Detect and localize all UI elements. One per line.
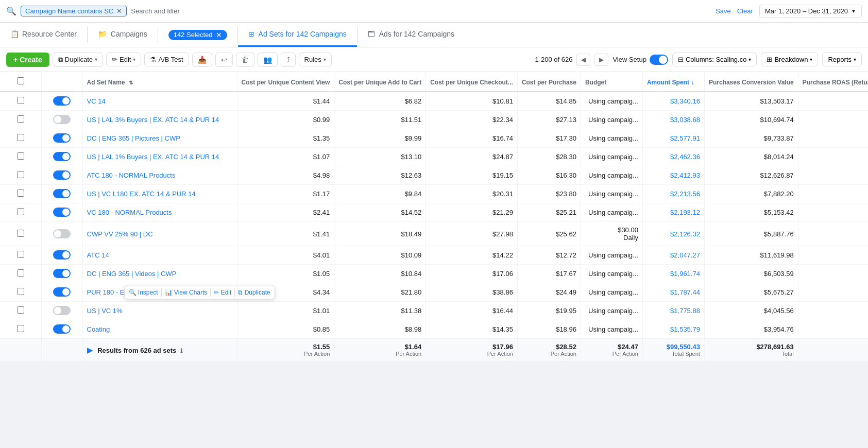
row-checkbox-cell[interactable] xyxy=(0,265,41,283)
col-header-cost-purchase[interactable]: Cost per Purchase xyxy=(517,72,581,92)
undo-button[interactable]: ↩ xyxy=(215,53,233,67)
columns-button[interactable]: ⊟ Columns: Scaling.co ▾ xyxy=(672,53,757,66)
edit-button[interactable]: ✏ Edit ▾ xyxy=(106,53,141,66)
row-checkbox[interactable] xyxy=(17,251,24,258)
adset-name-link[interactable]: CWP VV 25% 90 | DC xyxy=(87,230,153,238)
row-toggle-cell[interactable] xyxy=(41,185,82,203)
adset-name-link[interactable]: Coating xyxy=(87,325,110,333)
adset-name-link[interactable]: ATC 180 - NORMAL Products xyxy=(87,171,176,179)
row-checkbox-cell[interactable] xyxy=(0,320,41,339)
duplicate-menu-item[interactable]: ⧉ Duplicate xyxy=(238,289,270,296)
tab-campaigns[interactable]: 📁 Campaigns xyxy=(88,23,158,47)
view-setup-toggle[interactable] xyxy=(650,55,668,65)
duplicate-button[interactable]: ⧉ Duplicate ▾ xyxy=(53,53,103,67)
row-toggle-cell[interactable] xyxy=(41,222,82,246)
select-all-checkbox[interactable] xyxy=(17,77,24,84)
row-toggle-cell[interactable] xyxy=(41,203,82,222)
row-toggle[interactable] xyxy=(53,152,71,161)
selected-close-icon[interactable]: ✕ xyxy=(216,31,222,39)
view-setup-control[interactable]: View Setup xyxy=(612,55,668,65)
row-toggle-cell[interactable] xyxy=(41,320,82,339)
row-checkbox-cell[interactable] xyxy=(0,166,41,185)
row-toggle-cell[interactable] xyxy=(41,111,82,129)
tab-resource-center[interactable]: 📋 Resource Center xyxy=(0,23,87,47)
row-checkbox[interactable] xyxy=(17,288,24,295)
row-toggle-cell[interactable] xyxy=(41,129,82,148)
delete-button[interactable]: 🗑 xyxy=(236,53,254,67)
row-checkbox[interactable] xyxy=(17,189,24,197)
row-checkbox[interactable] xyxy=(17,230,24,237)
adset-name-link[interactable]: VC 14 xyxy=(87,97,106,105)
select-all-header[interactable] xyxy=(0,72,41,92)
adset-name-link[interactable]: DC | ENG 365 | Pictures | CWP xyxy=(87,134,180,142)
row-toggle[interactable] xyxy=(53,324,71,334)
row-toggle[interactable] xyxy=(53,115,71,124)
adset-name-link[interactable]: VC 180 - NORMAL Products xyxy=(87,209,172,216)
adset-name-link[interactable]: US | VC 1% xyxy=(87,307,123,315)
search-input[interactable]: Search and filter xyxy=(131,7,711,15)
row-toggle-cell[interactable] xyxy=(41,265,82,283)
col-header-cost-uco[interactable]: Cost per Unique Checkout... xyxy=(426,72,518,92)
view-charts-menu-item[interactable]: 📊 View Charts xyxy=(165,289,208,296)
row-toggle[interactable] xyxy=(53,189,71,198)
share-button[interactable]: ⤴ xyxy=(281,53,296,67)
row-toggle-cell[interactable] xyxy=(41,166,82,185)
row-checkbox-cell[interactable] xyxy=(0,246,41,265)
row-checkbox-cell[interactable] xyxy=(0,92,41,111)
row-checkbox[interactable] xyxy=(17,306,24,314)
col-header-roas[interactable]: Purchase ROAS (Return on Ad Spend) xyxy=(798,72,868,92)
date-range-picker[interactable]: Mar 1, 2020 – Dec 31, 2020 ▼ xyxy=(759,5,862,18)
row-toggle[interactable] xyxy=(53,229,71,238)
edit-menu-item[interactable]: ✏ Edit xyxy=(214,289,231,296)
adset-name-link[interactable]: US | LAL 1% Buyers | EX. ATC 14 & PUR 14 xyxy=(87,153,219,161)
row-checkbox-cell[interactable] xyxy=(0,185,41,203)
row-checkbox[interactable] xyxy=(17,152,24,160)
tab-adsets[interactable]: ⊞ Ad Sets for 142 Campaigns xyxy=(238,23,357,47)
row-toggle-cell[interactable] xyxy=(41,302,82,320)
row-toggle-cell[interactable] xyxy=(41,92,82,111)
adset-name-link[interactable]: US | VC L180 EX. ATC 14 & PUR 14 xyxy=(87,190,196,198)
footer-expand-icon[interactable]: ▶ xyxy=(87,346,93,354)
save-link[interactable]: Save xyxy=(716,7,731,15)
col-header-pcv[interactable]: Purchases Conversion Value xyxy=(704,72,798,92)
row-checkbox[interactable] xyxy=(17,208,24,215)
col-header-adset-name[interactable]: Ad Set Name ⇅ xyxy=(82,72,237,92)
tab-ads[interactable]: 🗔 Ads for 142 Campaigns xyxy=(358,23,465,47)
row-toggle[interactable] xyxy=(53,170,71,180)
row-toggle-cell[interactable] xyxy=(41,246,82,265)
row-checkbox-cell[interactable] xyxy=(0,129,41,148)
row-toggle[interactable] xyxy=(53,287,71,297)
col-header-amount-spent[interactable]: Amount Spent ↓ xyxy=(642,72,704,92)
inspect-menu-item[interactable]: 🔍 Inspect xyxy=(129,289,158,296)
breakdown-button[interactable]: ⊞ Breakdown ▾ xyxy=(761,53,818,66)
tab-selected[interactable]: 142 Selected ✕ xyxy=(158,23,237,47)
row-toggle[interactable] xyxy=(53,306,71,315)
row-checkbox[interactable] xyxy=(17,115,24,123)
row-checkbox-cell[interactable] xyxy=(0,302,41,320)
create-button[interactable]: + Create xyxy=(6,53,49,67)
col-header-cost-uatc[interactable]: Cost per Unique Add to Cart xyxy=(334,72,426,92)
row-toggle[interactable] xyxy=(53,133,71,143)
people-button[interactable]: 👥 xyxy=(258,53,278,67)
rules-button[interactable]: Rules ▾ xyxy=(299,53,332,66)
selected-badge[interactable]: 142 Selected ✕ xyxy=(168,30,227,40)
col-header-cost-ucv[interactable]: Cost per Unique Content View xyxy=(237,72,334,92)
row-checkbox[interactable] xyxy=(17,325,24,332)
row-checkbox-cell[interactable] xyxy=(0,148,41,166)
adset-name-link[interactable]: US | LAL 3% Buyers | EX. ATC 14 & PUR 14 xyxy=(87,116,219,124)
row-toggle-cell[interactable] xyxy=(41,148,82,166)
row-toggle-cell[interactable] xyxy=(41,283,82,302)
col-header-budget[interactable]: Budget xyxy=(581,72,642,92)
row-checkbox-cell[interactable] xyxy=(0,222,41,246)
row-toggle[interactable] xyxy=(53,250,71,260)
adset-name-link[interactable]: DC | ENG 365 | Videos | CWP xyxy=(87,270,177,278)
reports-button[interactable]: Reports ▾ xyxy=(822,53,862,66)
row-checkbox[interactable] xyxy=(17,97,24,104)
ab-test-button[interactable]: ⚗ A/B Test xyxy=(144,53,189,66)
adset-name-link[interactable]: ATC 14 xyxy=(87,251,109,259)
prev-page-button[interactable]: ◀ xyxy=(576,54,590,66)
clear-link[interactable]: Clear xyxy=(737,7,753,15)
row-checkbox[interactable] xyxy=(17,171,24,178)
row-checkbox-cell[interactable] xyxy=(0,111,41,129)
filter-tag[interactable]: Campaign Name contains SC ✕ xyxy=(21,6,127,16)
